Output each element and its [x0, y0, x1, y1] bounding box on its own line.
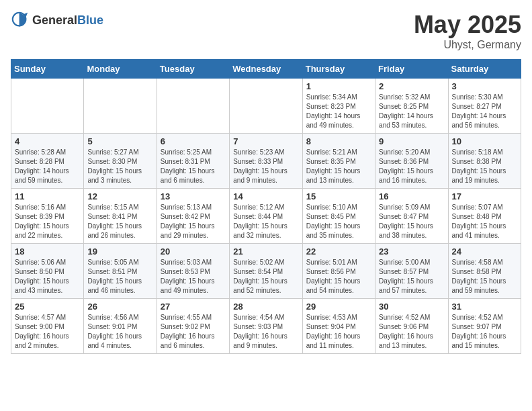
calendar-week-1: 1Sunrise: 5:34 AM Sunset: 8:23 PM Daylig… [11, 79, 521, 134]
day-info: Sunrise: 4:58 AM Sunset: 8:58 PM Dayligh… [452, 258, 517, 295]
title-block: May 2025 Uhyst, Germany [414, 11, 521, 51]
day-info: Sunrise: 5:05 AM Sunset: 8:51 PM Dayligh… [87, 258, 152, 295]
calendar-day-25: 25Sunrise: 4:57 AM Sunset: 9:00 PM Dayli… [11, 299, 84, 354]
calendar-empty-cell [84, 79, 157, 134]
logo-icon [11, 11, 30, 30]
calendar-week-2: 4Sunrise: 5:28 AM Sunset: 8:28 PM Daylig… [11, 134, 521, 189]
calendar-day-3: 3Sunrise: 5:30 AM Sunset: 8:27 PM Daylig… [448, 79, 521, 134]
day-number: 24 [452, 246, 517, 257]
calendar-day-12: 12Sunrise: 5:15 AM Sunset: 8:41 PM Dayli… [84, 189, 157, 244]
day-number: 9 [379, 136, 444, 146]
day-number: 14 [233, 191, 298, 201]
day-info: Sunrise: 4:52 AM Sunset: 9:06 PM Dayligh… [379, 313, 444, 351]
logo-text: GeneralBlue [32, 13, 103, 28]
calendar-day-26: 26Sunrise: 4:56 AM Sunset: 9:01 PM Dayli… [84, 299, 157, 354]
day-info: Sunrise: 5:34 AM Sunset: 8:23 PM Dayligh… [306, 93, 371, 130]
calendar-day-6: 6Sunrise: 5:25 AM Sunset: 8:31 PM Daylig… [157, 134, 229, 189]
calendar-day-29: 29Sunrise: 4:53 AM Sunset: 9:04 PM Dayli… [302, 299, 375, 354]
weekday-header-friday: Friday [375, 60, 448, 79]
weekday-header-row: SundayMondayTuesdayWednesdayThursdayFrid… [11, 60, 521, 79]
day-number: 21 [233, 246, 298, 257]
day-number: 25 [15, 302, 80, 312]
weekday-header-wednesday: Wednesday [230, 60, 302, 79]
day-info: Sunrise: 5:12 AM Sunset: 8:44 PM Dayligh… [233, 203, 298, 240]
calendar-empty-cell [11, 79, 84, 134]
calendar-title: May 2025 [414, 11, 521, 39]
calendar-empty-cell [230, 79, 302, 134]
day-number: 26 [87, 302, 152, 312]
day-number: 15 [306, 191, 371, 201]
calendar-day-7: 7Sunrise: 5:23 AM Sunset: 8:33 PM Daylig… [230, 134, 302, 189]
day-info: Sunrise: 5:09 AM Sunset: 8:47 PM Dayligh… [379, 203, 444, 240]
day-number: 4 [15, 136, 80, 146]
day-info: Sunrise: 5:20 AM Sunset: 8:36 PM Dayligh… [379, 148, 444, 185]
calendar-table: SundayMondayTuesdayWednesdayThursdayFrid… [11, 59, 521, 354]
day-number: 28 [233, 302, 298, 312]
day-number: 7 [233, 136, 298, 146]
day-info: Sunrise: 5:02 AM Sunset: 8:54 PM Dayligh… [233, 258, 298, 295]
calendar-location: Uhyst, Germany [414, 39, 521, 51]
day-number: 29 [306, 302, 371, 312]
calendar-day-1: 1Sunrise: 5:34 AM Sunset: 8:23 PM Daylig… [302, 79, 375, 134]
day-number: 17 [452, 191, 517, 201]
day-number: 30 [379, 302, 444, 312]
weekday-header-monday: Monday [84, 60, 157, 79]
day-number: 23 [379, 246, 444, 257]
day-number: 31 [452, 302, 517, 312]
day-number: 5 [87, 136, 152, 146]
day-number: 19 [87, 246, 152, 257]
day-number: 22 [306, 246, 371, 257]
calendar-day-4: 4Sunrise: 5:28 AM Sunset: 8:28 PM Daylig… [11, 134, 84, 189]
day-info: Sunrise: 5:06 AM Sunset: 8:50 PM Dayligh… [15, 258, 80, 295]
day-number: 27 [161, 302, 226, 312]
day-info: Sunrise: 5:30 AM Sunset: 8:27 PM Dayligh… [452, 93, 517, 130]
logo: GeneralBlue [11, 11, 103, 30]
day-info: Sunrise: 5:07 AM Sunset: 8:48 PM Dayligh… [452, 203, 517, 240]
calendar-day-2: 2Sunrise: 5:32 AM Sunset: 8:25 PM Daylig… [375, 79, 448, 134]
day-info: Sunrise: 5:03 AM Sunset: 8:53 PM Dayligh… [161, 258, 226, 295]
calendar-day-18: 18Sunrise: 5:06 AM Sunset: 8:50 PM Dayli… [11, 244, 84, 299]
calendar-body: 1Sunrise: 5:34 AM Sunset: 8:23 PM Daylig… [11, 79, 521, 354]
calendar-day-31: 31Sunrise: 4:52 AM Sunset: 9:07 PM Dayli… [448, 299, 521, 354]
weekday-header-sunday: Sunday [11, 60, 84, 79]
day-info: Sunrise: 5:28 AM Sunset: 8:28 PM Dayligh… [15, 148, 80, 185]
calendar-day-23: 23Sunrise: 5:00 AM Sunset: 8:57 PM Dayli… [375, 244, 448, 299]
calendar-day-11: 11Sunrise: 5:16 AM Sunset: 8:39 PM Dayli… [11, 189, 84, 244]
calendar-week-3: 11Sunrise: 5:16 AM Sunset: 8:39 PM Dayli… [11, 189, 521, 244]
calendar-day-27: 27Sunrise: 4:55 AM Sunset: 9:02 PM Dayli… [157, 299, 229, 354]
day-info: Sunrise: 5:16 AM Sunset: 8:39 PM Dayligh… [15, 203, 80, 240]
day-info: Sunrise: 5:01 AM Sunset: 8:56 PM Dayligh… [306, 258, 371, 295]
day-info: Sunrise: 5:15 AM Sunset: 8:41 PM Dayligh… [87, 203, 152, 240]
day-info: Sunrise: 5:18 AM Sunset: 8:38 PM Dayligh… [452, 148, 517, 185]
day-info: Sunrise: 4:52 AM Sunset: 9:07 PM Dayligh… [452, 313, 517, 351]
day-number: 20 [161, 246, 226, 257]
calendar-header: SundayMondayTuesdayWednesdayThursdayFrid… [11, 60, 521, 79]
day-number: 8 [306, 136, 371, 146]
calendar-day-30: 30Sunrise: 4:52 AM Sunset: 9:06 PM Dayli… [375, 299, 448, 354]
day-info: Sunrise: 5:27 AM Sunset: 8:30 PM Dayligh… [87, 148, 152, 185]
calendar-day-24: 24Sunrise: 4:58 AM Sunset: 8:58 PM Dayli… [448, 244, 521, 299]
weekday-header-tuesday: Tuesday [157, 60, 229, 79]
calendar-day-28: 28Sunrise: 4:54 AM Sunset: 9:03 PM Dayli… [230, 299, 302, 354]
day-info: Sunrise: 5:21 AM Sunset: 8:35 PM Dayligh… [306, 148, 371, 185]
day-info: Sunrise: 4:55 AM Sunset: 9:02 PM Dayligh… [161, 313, 226, 351]
page-header: GeneralBlue May 2025 Uhyst, Germany [11, 11, 521, 51]
calendar-day-20: 20Sunrise: 5:03 AM Sunset: 8:53 PM Dayli… [157, 244, 229, 299]
calendar-week-5: 25Sunrise: 4:57 AM Sunset: 9:00 PM Dayli… [11, 299, 521, 354]
calendar-day-19: 19Sunrise: 5:05 AM Sunset: 8:51 PM Dayli… [84, 244, 157, 299]
weekday-header-thursday: Thursday [302, 60, 375, 79]
calendar-day-16: 16Sunrise: 5:09 AM Sunset: 8:47 PM Dayli… [375, 189, 448, 244]
day-info: Sunrise: 5:25 AM Sunset: 8:31 PM Dayligh… [161, 148, 226, 185]
day-number: 10 [452, 136, 517, 146]
calendar-week-4: 18Sunrise: 5:06 AM Sunset: 8:50 PM Dayli… [11, 244, 521, 299]
day-number: 6 [161, 136, 226, 146]
day-number: 3 [452, 81, 517, 91]
calendar-day-13: 13Sunrise: 5:13 AM Sunset: 8:42 PM Dayli… [157, 189, 229, 244]
calendar-day-9: 9Sunrise: 5:20 AM Sunset: 8:36 PM Daylig… [375, 134, 448, 189]
day-info: Sunrise: 4:54 AM Sunset: 9:03 PM Dayligh… [233, 313, 298, 351]
day-number: 13 [161, 191, 226, 201]
weekday-header-saturday: Saturday [448, 60, 521, 79]
calendar-day-15: 15Sunrise: 5:10 AM Sunset: 8:45 PM Dayli… [302, 189, 375, 244]
calendar-day-22: 22Sunrise: 5:01 AM Sunset: 8:56 PM Dayli… [302, 244, 375, 299]
calendar-day-21: 21Sunrise: 5:02 AM Sunset: 8:54 PM Dayli… [230, 244, 302, 299]
